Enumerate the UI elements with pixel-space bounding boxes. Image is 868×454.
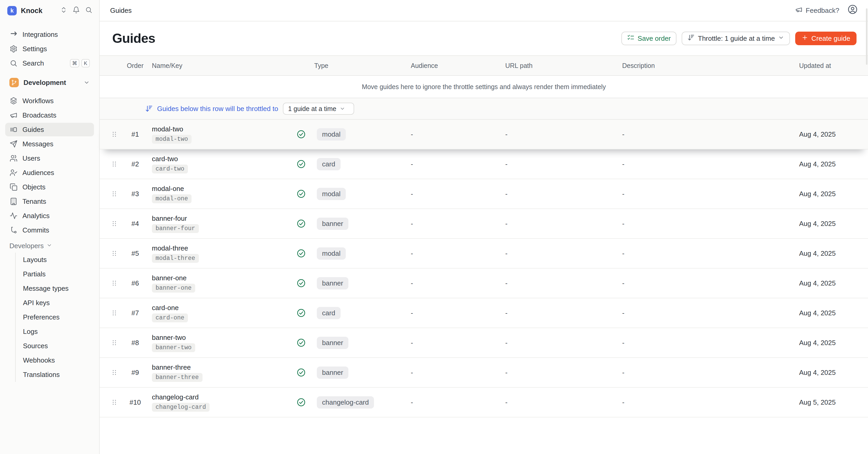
guide-key-badge: banner-three bbox=[152, 373, 203, 382]
sidebar-item-objects[interactable]: Objects bbox=[5, 180, 94, 194]
drag-handle-icon[interactable] bbox=[108, 191, 121, 197]
status-check-icon bbox=[292, 338, 310, 347]
sidebar-header: k Knock bbox=[0, 0, 99, 22]
sidebar-item-label: Guides bbox=[23, 126, 44, 134]
sort-descending-icon bbox=[687, 34, 695, 43]
guide-row[interactable]: #4 banner-four banner-four banner - - - … bbox=[100, 209, 868, 239]
k-key: K bbox=[82, 59, 90, 67]
ignore-throttle-dropzone[interactable]: Move guides here to ignore the throttle … bbox=[100, 76, 868, 98]
collapse-sidebar-icon[interactable] bbox=[60, 6, 67, 16]
sidebar-subitem-logs[interactable]: Logs bbox=[16, 324, 94, 339]
guide-audience: - bbox=[407, 190, 501, 198]
drag-handle-icon[interactable] bbox=[108, 280, 121, 287]
guide-description: - bbox=[620, 220, 797, 228]
sidebar-item-label: Users bbox=[23, 154, 40, 163]
sidebar-item-settings[interactable]: Settings bbox=[5, 42, 94, 56]
drag-handle-icon[interactable] bbox=[108, 220, 121, 227]
guides-icon bbox=[9, 125, 18, 134]
sidebar-item-messages[interactable]: Messages bbox=[5, 137, 94, 151]
guide-updated-at: Aug 4, 2025 bbox=[797, 369, 868, 377]
guide-updated-at: Aug 4, 2025 bbox=[797, 339, 868, 347]
drag-handle-icon[interactable] bbox=[108, 250, 121, 257]
guide-key-badge: banner-two bbox=[152, 343, 195, 352]
guide-row[interactable]: #8 banner-two banner-two banner - - - Au… bbox=[100, 328, 868, 358]
workspace-switcher[interactable]: Development bbox=[5, 75, 94, 90]
tenants-icon bbox=[9, 197, 18, 205]
workspace-label: Development bbox=[24, 79, 66, 87]
drag-handle-icon[interactable] bbox=[108, 369, 121, 376]
guide-row[interactable]: #10 changelog-card changelog-card change… bbox=[100, 388, 868, 418]
topbar: Guides Feedback? bbox=[100, 0, 868, 22]
guide-row[interactable]: #2 card-two card-two card - - - Aug 4, 2… bbox=[100, 149, 868, 179]
sidebar-subitem-layouts[interactable]: Layouts bbox=[16, 253, 94, 267]
throttle-dropdown-button[interactable]: Throttle: 1 guide at a time bbox=[682, 32, 790, 45]
save-order-button[interactable]: Save order bbox=[621, 32, 677, 45]
sidebar-item-tenants[interactable]: Tenants bbox=[5, 195, 94, 208]
drag-handle-icon[interactable] bbox=[108, 131, 121, 138]
sidebar-item-commits[interactable]: Commits bbox=[5, 223, 94, 237]
integrations-icon bbox=[9, 30, 18, 39]
guide-url-path: - bbox=[501, 130, 620, 138]
guide-name: modal-one bbox=[152, 185, 184, 193]
search-icon[interactable] bbox=[85, 6, 92, 16]
developers-subnav: LayoutsPartialsMessage typesAPI keysPref… bbox=[15, 253, 94, 382]
create-guide-button[interactable]: Create guide bbox=[795, 32, 857, 45]
guide-row[interactable]: #5 modal-three modal-three modal - - - A… bbox=[100, 239, 868, 268]
table-header-row: Order Name/Key Type Audience URL path De… bbox=[100, 55, 868, 76]
broadcasts-icon bbox=[9, 111, 18, 119]
guide-audience: - bbox=[407, 339, 501, 347]
guide-order: #1 bbox=[121, 130, 150, 138]
guide-updated-at: Aug 4, 2025 bbox=[797, 160, 868, 168]
guide-url-path: - bbox=[501, 279, 620, 287]
guide-row[interactable]: #1 modal-two modal-two modal - - - Aug 4… bbox=[100, 120, 868, 149]
throttle-value: 1 guide at a time bbox=[288, 105, 336, 113]
guide-row[interactable]: #6 banner-one banner-one banner - - - Au… bbox=[100, 268, 868, 298]
sidebar-subitem-translations[interactable]: Translations bbox=[16, 368, 94, 382]
guide-updated-at: Aug 4, 2025 bbox=[797, 309, 868, 317]
sidebar-item-label: Workflows bbox=[23, 97, 54, 105]
drag-handle-icon[interactable] bbox=[108, 399, 121, 406]
sidebar-item-workflows[interactable]: Workflows bbox=[5, 94, 94, 108]
guide-description: - bbox=[620, 369, 797, 377]
guide-key-badge: card-two bbox=[152, 165, 188, 173]
guide-description: - bbox=[620, 160, 797, 168]
breadcrumb: Guides bbox=[110, 6, 131, 15]
sidebar-subitem-api-keys[interactable]: API keys bbox=[16, 296, 94, 310]
throttle-button-label: Throttle: 1 guide at a time bbox=[698, 34, 775, 42]
drag-handle-icon[interactable] bbox=[108, 339, 121, 346]
sidebar-item-label: Search bbox=[23, 59, 44, 67]
scrollbar-thumb[interactable] bbox=[866, 8, 867, 65]
sidebar-item-label: Messages bbox=[23, 140, 54, 148]
guide-url-path: - bbox=[501, 250, 620, 258]
feedback-button[interactable]: Feedback? bbox=[795, 6, 839, 15]
notifications-bell-icon[interactable] bbox=[72, 6, 80, 16]
sidebar-item-analytics[interactable]: Analytics bbox=[5, 209, 94, 223]
sidebar-subitem-partials[interactable]: Partials bbox=[16, 267, 94, 281]
developers-section-toggle[interactable]: Developers bbox=[5, 239, 94, 253]
app-window: k Knock Integrations Settings Search bbox=[0, 0, 868, 454]
sidebar-subitem-message-types[interactable]: Message types bbox=[16, 281, 94, 296]
sidebar-item-guides[interactable]: Guides bbox=[5, 123, 94, 136]
guide-name: modal-three bbox=[152, 244, 188, 252]
sidebar-item-search[interactable]: Search ⌘ K bbox=[5, 56, 94, 70]
throttle-value-select[interactable]: 1 guide at a time bbox=[283, 103, 354, 115]
sidebar-item-broadcasts[interactable]: Broadcasts bbox=[5, 108, 94, 122]
sidebar-item-integrations[interactable]: Integrations bbox=[5, 28, 94, 41]
guide-row[interactable]: #7 card-one card-one card - - - Aug 4, 2… bbox=[100, 298, 868, 328]
guide-row[interactable]: #9 banner-three banner-three banner - - … bbox=[100, 358, 868, 388]
sidebar-subitem-sources[interactable]: Sources bbox=[16, 339, 94, 353]
user-avatar[interactable] bbox=[848, 4, 858, 17]
guide-row[interactable]: #3 modal-one modal-one modal - - - Aug 4… bbox=[100, 179, 868, 209]
sidebar-subitem-webhooks[interactable]: Webhooks bbox=[16, 353, 94, 368]
sidebar-subitem-preferences[interactable]: Preferences bbox=[16, 310, 94, 324]
objects-icon bbox=[9, 183, 18, 191]
sidebar-item-users[interactable]: Users bbox=[5, 151, 94, 165]
column-header-audience: Audience bbox=[407, 62, 501, 69]
guide-url-path: - bbox=[501, 339, 620, 347]
drag-handle-icon[interactable] bbox=[108, 161, 121, 167]
status-check-icon bbox=[292, 159, 310, 169]
throttle-divider-text[interactable]: Guides below this row will be throttled … bbox=[157, 105, 278, 113]
guide-description: - bbox=[620, 339, 797, 347]
sidebar-item-audiences[interactable]: Audiences bbox=[5, 166, 94, 179]
drag-handle-icon[interactable] bbox=[108, 310, 121, 316]
